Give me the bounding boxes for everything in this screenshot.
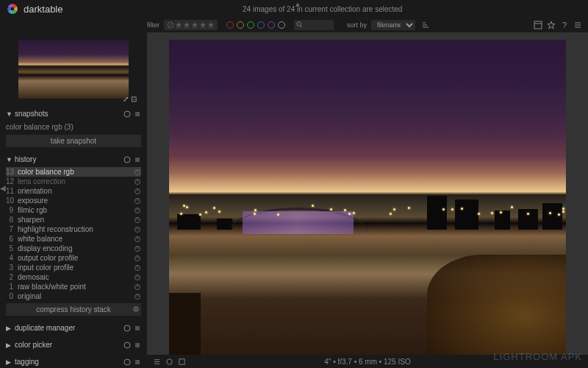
history-index: 0 [6, 292, 18, 300]
selection-status: 24 images of 24 in current collection ar… [62, 5, 582, 13]
history-item[interactable]: 4output color profile [6, 253, 141, 263]
history-item[interactable]: 11orientation [6, 186, 141, 196]
color-label-yellow[interactable] [237, 21, 244, 29]
history-item[interactable]: 7highlight reconstruction [6, 224, 141, 234]
history-index: 12 [6, 177, 18, 185]
module-title: color picker [15, 341, 123, 349]
rating-filter[interactable] [164, 20, 218, 30]
quick-access-icon[interactable] [153, 358, 161, 366]
history-item[interactable]: 5display encoding [6, 244, 141, 253]
switch-icon[interactable] [134, 274, 141, 281]
history-index: 5 [6, 244, 18, 252]
overlay-icon[interactable] [165, 358, 173, 366]
history-name: demosaic [18, 273, 134, 281]
history-item[interactable]: 10exposure [6, 196, 141, 205]
history-item[interactable]: 12lens correction [6, 177, 141, 186]
switch-icon[interactable] [134, 197, 141, 205]
switch-icon[interactable] [134, 236, 141, 243]
layout-icon[interactable] [534, 21, 542, 29]
history-index: 7 [6, 225, 18, 233]
take-snapshot-button[interactable]: take snapshot [6, 135, 141, 147]
reset-icon[interactable] [123, 156, 131, 163]
switch-icon[interactable] [134, 207, 141, 214]
search-icon [296, 21, 303, 28]
history-name: input color profile [18, 263, 134, 272]
star-outline-icon[interactable] [547, 21, 556, 29]
menu-icon[interactable] [134, 358, 141, 366]
sort-direction-icon[interactable] [421, 21, 430, 29]
star-icon[interactable] [183, 21, 190, 29]
module-header[interactable]: ▶duplicate manager [0, 322, 147, 334]
module-title: tagging [15, 358, 123, 366]
left-panel-collapse[interactable]: ◀ [0, 184, 6, 192]
filter-label: filter [147, 21, 159, 29]
history-item[interactable]: 1raw black/white point [6, 282, 141, 291]
color-label-none[interactable] [278, 21, 285, 29]
image-viewport[interactable] [147, 32, 588, 368]
menu-icon[interactable] [134, 325, 141, 332]
history-name: orientation [18, 187, 134, 195]
snapshot-item[interactable]: color balance rgb (3) [6, 121, 141, 132]
history-name: display encoding [18, 244, 134, 252]
switch-icon[interactable] [134, 264, 141, 272]
module-title: history [15, 155, 123, 163]
menu-icon[interactable] [134, 156, 141, 163]
reset-icon[interactable] [123, 325, 131, 332]
switch-icon[interactable] [134, 255, 141, 262]
switch-icon[interactable] [134, 188, 141, 195]
fit-icon[interactable]: ⤢ [123, 95, 129, 103]
switch-icon[interactable] [134, 293, 141, 300]
menu-icon[interactable] [134, 110, 141, 118]
help-icon[interactable]: ? [560, 21, 569, 29]
history-item[interactable]: 13color balance rgb [6, 167, 141, 177]
history-item[interactable]: 6white balance [6, 234, 141, 244]
switch-icon[interactable] [134, 245, 141, 252]
module-title: duplicate manager [15, 324, 123, 332]
reject-icon[interactable] [167, 21, 174, 29]
star-icon[interactable] [191, 21, 198, 29]
star-icon[interactable] [207, 21, 215, 29]
color-label-green[interactable] [247, 21, 254, 29]
star-icon[interactable] [199, 21, 207, 29]
history-index: 2 [6, 273, 18, 281]
module-header[interactable]: ▶tagging [0, 355, 147, 368]
svg-line-4 [301, 26, 302, 27]
history-item[interactable]: 3input color profile [6, 263, 141, 272]
switch-icon[interactable] [134, 178, 141, 185]
history-item[interactable]: 8sharpen [6, 215, 141, 224]
chevron-down-icon: ▼ [6, 156, 12, 163]
switch-icon[interactable] [134, 216, 141, 224]
history-item[interactable]: 2demosaic [6, 272, 141, 282]
history-name: filmic rgb [18, 206, 134, 214]
reset-icon[interactable] [123, 358, 131, 366]
zoom-icon[interactable]: ⊡ [131, 95, 137, 103]
left-sidebar: ⤢ ⊡ ▼ snapshots color balance rgb (3) ta… [0, 32, 147, 368]
svg-point-15 [124, 157, 130, 163]
reset-icon[interactable] [123, 342, 131, 349]
navigation-thumbnail[interactable]: ⤢ ⊡ [0, 35, 147, 103]
snapshots-header[interactable]: ▼ snapshots [0, 107, 147, 120]
switch-icon[interactable] [134, 169, 141, 176]
color-label-red[interactable] [226, 21, 234, 29]
switch-icon[interactable] [134, 226, 141, 233]
compress-history-button[interactable]: compress history stack [6, 303, 141, 316]
svg-rect-5 [534, 21, 542, 29]
switch-icon[interactable] [134, 283, 141, 291]
history-header[interactable]: ▼ history [0, 153, 147, 166]
history-name: output color profile [18, 254, 134, 262]
menu-icon[interactable] [134, 342, 141, 349]
history-item[interactable]: 0original [6, 291, 141, 301]
color-label-purple[interactable] [268, 21, 275, 29]
style-icon[interactable] [132, 305, 140, 313]
star-icon[interactable] [175, 21, 182, 29]
history-index: 10 [6, 197, 18, 205]
color-label-blue[interactable] [257, 21, 265, 29]
top-panel-collapse[interactable]: ▲ [294, 0, 301, 8]
sort-select[interactable]: filename [371, 20, 415, 30]
reset-icon[interactable] [123, 110, 131, 118]
guides-icon[interactable] [178, 358, 186, 366]
menu-icon[interactable] [573, 21, 582, 29]
module-title: snapshots [15, 110, 123, 118]
module-header[interactable]: ▶color picker [0, 339, 147, 351]
history-item[interactable]: 9filmic rgb [6, 205, 141, 215]
